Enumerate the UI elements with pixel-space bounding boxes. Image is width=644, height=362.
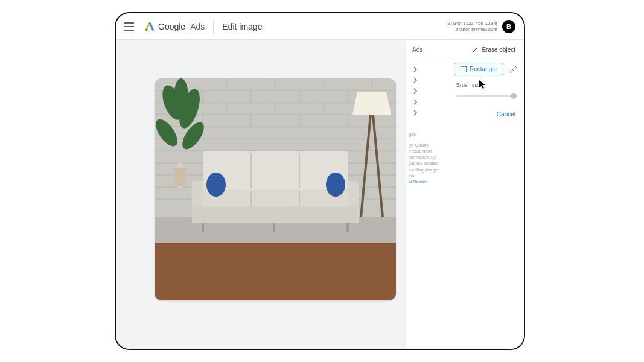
chevron-right-icon [412,77,418,83]
menu-icon[interactable] [124,19,139,34]
tab-erase-label: Erase object [482,46,515,53]
svg-rect-46 [203,189,348,208]
tab-ads-label: Ads [412,46,422,53]
svg-point-50 [206,173,226,197]
svg-rect-52 [202,223,204,232]
fragment-text: ges [409,132,416,137]
svg-point-56 [476,47,477,48]
tab-ads-truncated[interactable]: Ads [406,40,429,60]
account-name: Branch (123-456-1234) [447,21,497,27]
panel-tabs: Ads Erase object [406,40,524,60]
tab-erase-object[interactable]: Erase object [465,40,524,60]
svg-point-0 [145,28,147,30]
brand: Google Ads [145,22,205,31]
image-canvas[interactable] [155,78,396,300]
account-info: Branch (123-456-1234) branch@email.com [447,21,497,32]
chevron-right-icon [412,66,418,72]
sofa-scene-image [155,78,396,300]
page-title: Edit image [222,22,262,31]
rectangle-label: Rectangle [470,66,497,72]
svg-point-55 [477,48,477,48]
terms-link[interactable]: of Service. [409,180,429,184]
topbar: Google Ads Edit image Branch (123-456-12… [116,13,524,40]
slider-thumb[interactable] [511,93,517,99]
chevron-right-icon [412,110,418,116]
svg-rect-49 [193,206,357,223]
rectangle-tool-button[interactable]: Rectangle [454,63,503,75]
svg-rect-31 [155,243,396,300]
svg-rect-53 [346,223,349,232]
svg-rect-38 [174,168,186,186]
svg-rect-54 [273,223,275,232]
avatar[interactable]: B [502,20,515,33]
account-email: branch@email.com [447,27,497,33]
side-panel: Ads Erase object [406,40,524,349]
brand-ads-text: Ads [190,22,205,31]
brush-size-slider[interactable] [456,93,517,99]
rectangle-icon [461,66,467,72]
brand-google-text: Google [158,22,185,31]
terms-fragment: gy, Quality, Please don't nformation. By… [409,142,452,185]
app-window: Google Ads Edit image Branch (123-456-12… [115,12,525,350]
tool-row: Rectangle [454,63,518,75]
cancel-button[interactable]: Cancel [497,111,515,118]
google-ads-logo-icon [145,22,155,31]
magic-wand-icon [471,46,479,54]
svg-point-51 [326,173,345,197]
pencil-icon[interactable] [509,65,518,74]
cursor-icon [478,80,488,89]
svg-point-35 [174,78,188,115]
divider [213,20,214,33]
chevron-right-icon [412,88,418,94]
workspace: Ads Erase object [116,40,524,349]
svg-point-57 [478,49,479,49]
chevron-right-icon [412,99,418,105]
